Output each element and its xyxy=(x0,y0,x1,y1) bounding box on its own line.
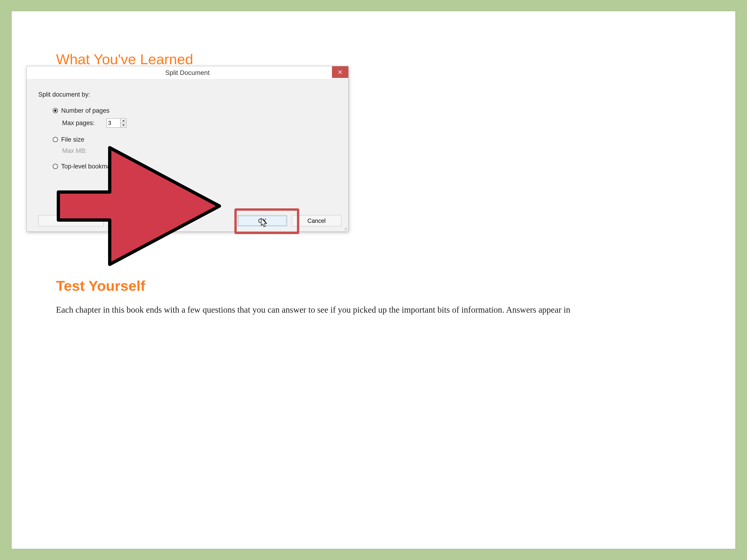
radio-filesize-label: File size xyxy=(61,136,84,143)
cancel-button[interactable]: Cancel xyxy=(292,215,341,226)
split-options-group: Number of pages Max pages: xyxy=(38,106,339,171)
max-pages-row: Max pages: xyxy=(53,118,339,128)
close-button[interactable] xyxy=(332,66,348,78)
doc-heading-test: Test Yourself xyxy=(56,277,735,294)
ok-button-label: OK xyxy=(258,217,266,224)
max-mb-label: Max MB: xyxy=(62,147,106,155)
split-document-dialog: Split Document Split document by: Number… xyxy=(26,66,349,232)
app-frame: What You've Learned Test Yourself Each c… xyxy=(12,11,735,549)
radio-filesize[interactable] xyxy=(53,137,58,142)
resize-grip-icon[interactable] xyxy=(343,226,347,231)
radio-pages-label: Number of pages xyxy=(61,107,109,114)
option-number-of-pages[interactable]: Number of pages xyxy=(53,106,339,115)
svg-point-4 xyxy=(345,229,346,230)
spinner-up[interactable] xyxy=(121,118,126,123)
dialog-body: Split document by: Number of pages Max p… xyxy=(27,79,348,178)
radio-bookmarks[interactable] xyxy=(53,164,58,169)
option-file-size[interactable]: File size xyxy=(53,135,339,144)
spinner-buttons xyxy=(121,118,127,128)
svg-point-0 xyxy=(346,228,347,228)
dialog-title: Split Document xyxy=(165,69,210,77)
radio-bookmarks-label: Top-level bookmarks xyxy=(61,163,119,170)
max-pages-input[interactable] xyxy=(106,118,121,128)
dialog-footer: OK Cancel xyxy=(27,210,348,232)
svg-point-2 xyxy=(346,229,347,229)
max-pages-spinner[interactable] xyxy=(106,118,127,128)
max-pages-label: Max pages: xyxy=(62,119,106,127)
max-mb-row: Max MB: xyxy=(53,147,339,155)
svg-point-1 xyxy=(345,229,346,229)
radio-pages[interactable] xyxy=(53,108,58,113)
option-top-level-bookmarks[interactable]: Top-level bookmarks xyxy=(53,161,339,171)
doc-heading-learned: What You've Learned xyxy=(56,51,735,68)
dialog-titlebar[interactable]: Split Document xyxy=(27,66,348,79)
spinner-down[interactable] xyxy=(121,123,126,128)
doc-paragraph: Each chapter in this book ends with a fe… xyxy=(56,303,735,316)
cancel-button-label: Cancel xyxy=(307,217,326,224)
svg-point-5 xyxy=(346,229,347,230)
svg-point-3 xyxy=(344,229,345,230)
close-icon xyxy=(338,70,342,75)
ok-button[interactable]: OK xyxy=(238,215,287,226)
split-by-label: Split document by: xyxy=(38,91,339,98)
